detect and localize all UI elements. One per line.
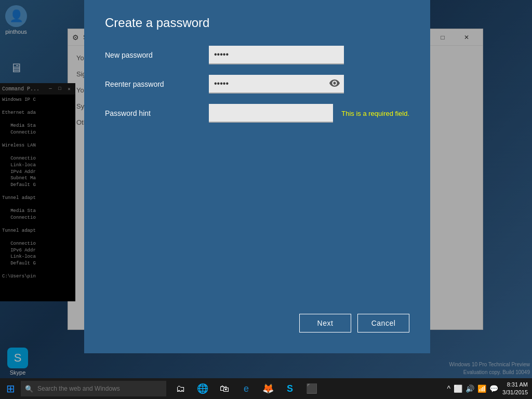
new-password-row: New password <box>105 46 409 64</box>
firefox-icon: 🦊 <box>262 383 274 394</box>
skype-taskbar-icon: S <box>287 383 293 394</box>
taskbar-store-button[interactable]: 🛍 <box>214 378 235 399</box>
password-hint-row: Password hint This is a required field. <box>105 104 409 123</box>
password-hint-input[interactable] <box>209 104 333 123</box>
action-center-icon[interactable]: 💬 <box>489 384 498 393</box>
dialog-spacer <box>105 133 409 314</box>
taskbar-edge-button[interactable]: 🌐 <box>192 378 213 399</box>
new-password-wrapper <box>209 46 344 64</box>
new-password-input[interactable] <box>209 46 344 64</box>
taskbar-system-icons: ^ ⬜ 🔊 📶 💬 <box>447 384 498 393</box>
dialog-title: Create a password <box>105 16 409 30</box>
taskbar-file-explorer-button[interactable]: 🗂 <box>170 378 191 399</box>
reenter-password-wrapper <box>209 75 344 94</box>
taskbar-cmd-button[interactable]: ⬛ <box>301 378 322 399</box>
edge-icon: 🌐 <box>197 383 208 394</box>
expand-tray-icon[interactable]: ^ <box>447 384 450 393</box>
required-field-message: This is a required field. <box>341 110 409 117</box>
file-explorer-icon: 🗂 <box>176 383 185 394</box>
taskbar: ⊞ 🔍 🗂 🌐 🛍 e 🦊 S ⬛ ^ ⬜ <box>0 378 532 399</box>
reenter-password-label: Reenter password <box>105 80 209 88</box>
search-wrapper: 🔍 <box>21 381 166 396</box>
password-hint-label: Password hint <box>105 109 209 117</box>
reenter-password-input[interactable] <box>209 75 344 94</box>
next-button[interactable]: Next <box>299 314 351 332</box>
taskbar-right: ^ ⬜ 🔊 📶 💬 8:31 AM 3/31/2015 <box>447 381 532 397</box>
reenter-password-row: Reenter password <box>105 75 409 94</box>
taskbar-firefox-button[interactable]: 🦊 <box>258 378 278 399</box>
taskbar-clock[interactable]: 8:31 AM 3/31/2015 <box>502 381 528 397</box>
toggle-password-visibility-button[interactable] <box>329 79 340 89</box>
clock-date: 3/31/2015 <box>502 389 528 396</box>
volume-icon[interactable]: 🔊 <box>466 384 474 393</box>
cancel-button[interactable]: Cancel <box>357 314 409 332</box>
start-button[interactable]: ⊞ <box>0 378 21 399</box>
taskbar-skype-button[interactable]: S <box>280 378 300 399</box>
password-hint-wrapper <box>209 104 333 123</box>
dialog-buttons: Next Cancel <box>105 314 409 338</box>
new-password-label: New password <box>105 51 209 59</box>
store-icon: 🛍 <box>220 383 229 394</box>
taskbar-apps: 🗂 🌐 🛍 e 🦊 S ⬛ <box>170 378 322 399</box>
taskbar-ie-button[interactable]: e <box>236 378 257 399</box>
windows-logo-icon: ⊞ <box>6 382 15 395</box>
tablet-icon[interactable]: ⬜ <box>454 384 462 393</box>
password-dialog: Create a password New password Reenter p… <box>84 0 430 353</box>
network-status-icon[interactable]: 📶 <box>477 384 486 393</box>
ie-icon: e <box>244 383 249 394</box>
clock-time: 8:31 AM <box>502 381 528 389</box>
cmd-taskbar-icon: ⬛ <box>306 383 317 394</box>
taskbar-search-input[interactable] <box>21 381 166 396</box>
